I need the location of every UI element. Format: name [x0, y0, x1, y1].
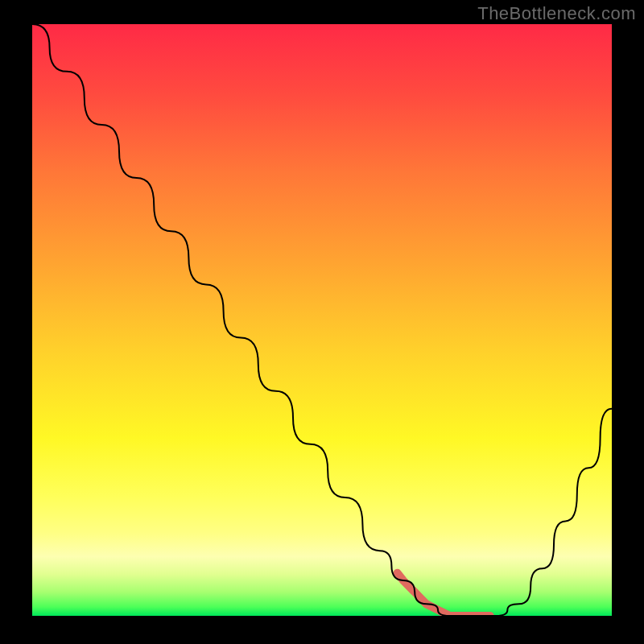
bottleneck-curve — [32, 24, 612, 616]
chart-container: TheBottleneck.com — [0, 0, 644, 644]
valley-highlight — [398, 573, 490, 616]
chart-overlay — [32, 24, 612, 616]
watermark-text: TheBottleneck.com — [477, 3, 636, 24]
